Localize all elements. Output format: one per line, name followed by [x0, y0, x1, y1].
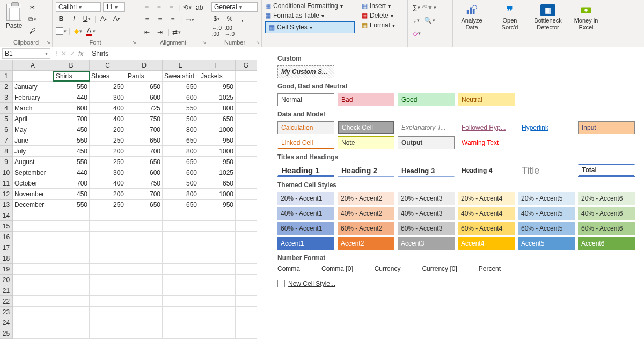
decrease-font-button[interactable]: A▾: [111, 13, 122, 24]
format-as-table-button[interactable]: ▦Format as Table ▾: [265, 12, 355, 19]
cell-F15[interactable]: [199, 221, 236, 232]
column-header-B[interactable]: B: [53, 60, 90, 71]
cell-C3[interactable]: 300: [90, 92, 126, 103]
fx-cancel-icon[interactable]: ⁝: [56, 50, 58, 57]
style-linked-cell[interactable]: Linked Cell: [277, 136, 334, 149]
font-color-button[interactable]: A: [85, 26, 96, 36]
style-explanatory-t-[interactable]: Explanatory T...: [398, 121, 455, 134]
cell-A7[interactable]: June: [13, 135, 53, 146]
cell-E14[interactable]: [163, 210, 199, 221]
rtl-button[interactable]: ⇄: [171, 27, 182, 38]
cell-E4[interactable]: 550: [163, 103, 199, 114]
row-header-11[interactable]: 11: [0, 178, 13, 189]
money-button[interactable]: Money in Excel: [570, 2, 602, 33]
cell-A15[interactable]: [13, 221, 53, 232]
style-accent6[interactable]: Accent6: [578, 237, 635, 250]
row-header-17[interactable]: 17: [0, 242, 13, 253]
cell-E3[interactable]: 600: [163, 92, 199, 103]
cell-G13[interactable]: [236, 200, 257, 210]
cell-F23[interactable]: [199, 307, 236, 317]
row-header-7[interactable]: 7: [0, 135, 13, 146]
style-60-accent3[interactable]: 60% - Accent3: [398, 222, 455, 235]
decrease-decimal-button[interactable]: .00→.0: [224, 26, 235, 36]
cell-B13[interactable]: 550: [53, 200, 90, 210]
row-header-20[interactable]: 20: [0, 275, 13, 285]
cell-D24[interactable]: [126, 317, 163, 328]
bold-button[interactable]: B: [56, 13, 67, 24]
cell-C21[interactable]: [90, 285, 126, 296]
cell-C19[interactable]: [90, 264, 126, 275]
cell-G6[interactable]: [236, 124, 257, 135]
cell-B15[interactable]: [53, 221, 90, 232]
clear-button[interactable]: ◇: [411, 28, 422, 39]
cell-D17[interactable]: [126, 242, 163, 253]
cell-G15[interactable]: [236, 221, 257, 232]
style-accent3[interactable]: Accent3: [398, 237, 455, 250]
align-middle-button[interactable]: ≡: [154, 2, 164, 13]
align-right-button[interactable]: ≡: [167, 14, 178, 25]
cell-B4[interactable]: 600: [53, 103, 90, 114]
cell-A21[interactable]: [13, 285, 53, 296]
cell-C10[interactable]: 300: [90, 167, 126, 178]
align-left-button[interactable]: ≡: [142, 14, 152, 25]
style-good[interactable]: Good: [398, 93, 455, 106]
number-format-combo[interactable]: General: [211, 2, 258, 12]
fill-button[interactable]: ↓: [411, 15, 422, 26]
insert-button[interactable]: ▦Insert ▾: [362, 2, 404, 10]
cell-B9[interactable]: 550: [53, 157, 90, 167]
style-40-accent4[interactable]: 40% - Accent4: [458, 207, 515, 220]
cell-G4[interactable]: [236, 103, 257, 114]
cell-C11[interactable]: 400: [90, 178, 126, 189]
style-followed-hyp-[interactable]: Followed Hyp...: [458, 121, 515, 134]
merge-button[interactable]: ▭: [184, 14, 195, 25]
cell-F6[interactable]: 1000: [199, 124, 236, 135]
style-60-accent5[interactable]: 60% - Accent5: [518, 222, 575, 235]
cell-B12[interactable]: 450: [53, 189, 90, 200]
row-header-9[interactable]: 9: [0, 157, 13, 167]
underline-button[interactable]: U: [82, 13, 92, 24]
percent-button[interactable]: %: [224, 13, 235, 24]
cell-A16[interactable]: [13, 232, 53, 242]
find-button[interactable]: 🔍: [424, 15, 435, 26]
style-20-accent2[interactable]: 20% - Accent2: [338, 192, 394, 205]
style-20-accent5[interactable]: 20% - Accent5: [518, 192, 575, 205]
cell-B22[interactable]: [53, 296, 90, 307]
cell-G22[interactable]: [236, 296, 257, 307]
cell-D4[interactable]: 725: [126, 103, 163, 114]
cell-D5[interactable]: 750: [126, 114, 163, 124]
style-40-accent6[interactable]: 40% - Accent6: [578, 207, 635, 220]
cell-B14[interactable]: [53, 210, 90, 221]
row-header-1[interactable]: 1: [0, 71, 13, 82]
fx-check-icon[interactable]: ✓: [70, 50, 75, 57]
cell-E13[interactable]: 650: [163, 200, 199, 210]
analyze-data-button[interactable]: Analyze Data: [456, 2, 487, 33]
cell-C14[interactable]: [90, 210, 126, 221]
cell-D14[interactable]: [126, 210, 163, 221]
style-40-accent2[interactable]: 40% - Accent2: [338, 207, 394, 220]
cell-G23[interactable]: [236, 307, 257, 317]
cell-B24[interactable]: [53, 317, 90, 328]
style-heading-2[interactable]: Heading 2: [338, 164, 394, 177]
cell-E15[interactable]: [163, 221, 199, 232]
cell-E16[interactable]: [163, 232, 199, 242]
style-40-accent5[interactable]: 40% - Accent5: [518, 207, 575, 220]
cell-C13[interactable]: 250: [90, 200, 126, 210]
cell-E21[interactable]: [163, 285, 199, 296]
style-check-cell[interactable]: Check Cell: [338, 121, 394, 134]
style-accent5[interactable]: Accent5: [518, 237, 575, 250]
cell-A1[interactable]: [13, 71, 53, 82]
cell-F18[interactable]: [199, 253, 236, 264]
align-bottom-button[interactable]: ≡: [166, 2, 177, 13]
cell-C25[interactable]: [90, 328, 126, 339]
cell-F4[interactable]: 800: [199, 103, 236, 114]
style-accent2[interactable]: Accent2: [338, 237, 394, 250]
cell-G16[interactable]: [236, 232, 257, 242]
wrap-text-button[interactable]: ab: [194, 2, 204, 13]
cell-E9[interactable]: 650: [163, 157, 199, 167]
row-header-14[interactable]: 14: [0, 210, 13, 221]
style-60-accent4[interactable]: 60% - Accent4: [458, 222, 515, 235]
style-60-accent6[interactable]: 60% - Accent6: [578, 222, 635, 235]
cell-E24[interactable]: [163, 317, 199, 328]
cell-F2[interactable]: 950: [199, 82, 236, 92]
cell-C23[interactable]: [90, 307, 126, 317]
